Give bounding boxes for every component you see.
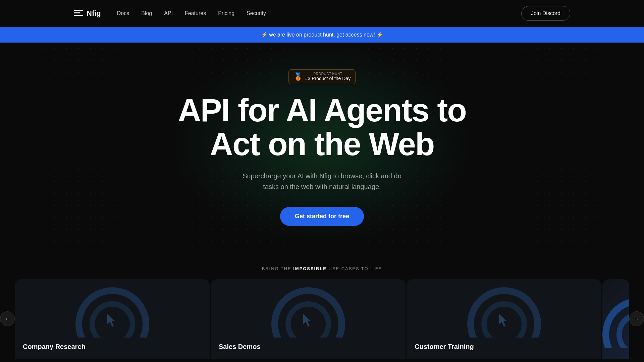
hero-title: API for AI Agents to Act on the Web	[178, 94, 466, 161]
logo-icon	[74, 10, 83, 17]
section-label: BRING THE IMPOSSIBLE USE CASES TO LIFE	[0, 266, 644, 271]
logo-text: Nfig	[87, 9, 101, 18]
product-hunt-banner: ⚡ we are live on product hunt, get acces…	[0, 27, 644, 43]
carousel-prev-button[interactable]: ←	[0, 311, 15, 326]
card-company-research-label: Company Research	[15, 338, 210, 359]
navbar: Nfig Docs Blog API Features Pricing Secu…	[0, 0, 644, 27]
hero-subtitle: Supercharge your AI with Nfig to browse,…	[238, 171, 406, 192]
svg-point-2	[275, 291, 342, 338]
banner-text: ⚡ we are live on product hunt, get acces…	[261, 32, 383, 38]
product-hunt-badge: 🥉 PRODUCT HUNT #3 Product of the Day	[288, 69, 356, 84]
nav-link-docs[interactable]: Docs	[117, 10, 129, 16]
nav-link-features[interactable]: Features	[185, 10, 206, 16]
nav-link-blog[interactable]: Blog	[141, 10, 152, 16]
nav-link-pricing[interactable]: Pricing	[218, 10, 234, 16]
nav-left: Nfig Docs Blog API Features Pricing Secu…	[74, 9, 266, 18]
nav-links: Docs Blog API Features Pricing Security	[117, 10, 266, 16]
card-customer-training-label: Customer Training	[407, 338, 601, 359]
use-cases-label-area: BRING THE IMPOSSIBLE USE CASES TO LIFE	[0, 246, 644, 279]
logo[interactable]: Nfig	[74, 9, 101, 18]
card-customer-training: Customer Training	[407, 279, 601, 359]
badge-label: PRODUCT HUNT	[305, 72, 351, 76]
card-company-research: Company Research	[15, 279, 210, 359]
svg-point-7	[619, 314, 629, 348]
medal-icon: 🥉	[293, 72, 303, 81]
nav-link-security[interactable]: Security	[247, 10, 266, 16]
carousel-next-button[interactable]: →	[629, 311, 644, 326]
svg-point-0	[79, 291, 146, 338]
card-sales-demos: Sales Demos	[211, 279, 406, 359]
card-fourth	[602, 279, 629, 359]
card-sales-demos-label: Sales Demos	[211, 338, 406, 359]
nav-link-api[interactable]: API	[164, 10, 173, 16]
join-discord-button[interactable]: Join Discord	[521, 6, 570, 21]
get-started-button[interactable]: Get started for free	[280, 207, 364, 226]
hero-section: 🥉 PRODUCT HUNT #3 Product of the Day API…	[0, 43, 644, 246]
svg-point-4	[471, 291, 538, 338]
badge-text: #3 Product of the Day	[305, 76, 351, 81]
use-cases-cards: Company Research Sales Demos	[15, 279, 629, 359]
badge-content: PRODUCT HUNT #3 Product of the Day	[305, 72, 351, 81]
